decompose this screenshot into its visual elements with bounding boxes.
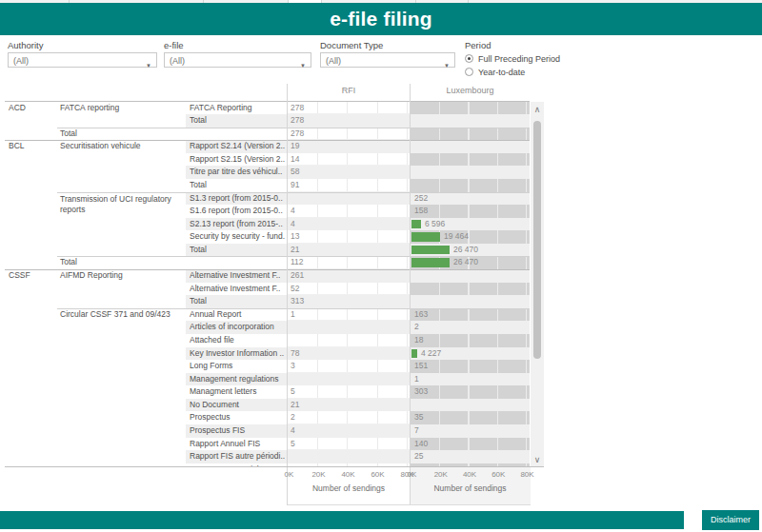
document-label[interactable]: Rapport S2.14 (Version 2.. [190,140,285,153]
luxembourg-cell[interactable] [411,283,530,296]
rfi-cell[interactable] [288,308,410,322]
document-label[interactable]: Total [190,244,285,257]
luxembourg-cell[interactable] [411,321,530,334]
authority-dropdown[interactable]: (All) ▼ [8,52,157,68]
document-label[interactable]: Long Forms [190,360,285,373]
category-label[interactable]: AIFMD Reporting [60,269,185,283]
document-label[interactable]: Alternative Investment F.. [190,269,285,283]
radio-full-preceding-period[interactable]: Full Preceding Period [465,53,617,66]
rfi-cell[interactable] [288,385,410,399]
rfi-cell[interactable] [288,411,410,424]
category-label[interactable]: Circular CSSF 371 and 09/423 [60,308,185,322]
rfi-cell[interactable] [288,166,410,179]
document-label[interactable]: Rapport S2.15 (Version 2.. [190,153,285,167]
category-label[interactable]: Securitisation vehicule [60,140,185,153]
document-label[interactable]: FATCA Reporting [190,102,285,115]
document-label[interactable]: Alternative Investment F.. [190,283,285,296]
radio-year-to-date[interactable]: Year-to-date [465,67,617,79]
rfi-cell[interactable] [288,244,410,257]
luxembourg-cell[interactable] [411,179,530,192]
rfi-cell[interactable] [288,269,410,283]
luxembourg-cell[interactable] [411,308,530,322]
authority-label[interactable]: CSSF [9,269,54,283]
category-label[interactable]: Total [60,128,185,141]
document-label[interactable]: Total [190,295,285,308]
luxembourg-cell[interactable] [411,450,530,463]
luxembourg-cell[interactable] [411,205,530,218]
radio-unselected-icon[interactable] [465,68,473,76]
luxembourg-cell[interactable] [411,269,530,283]
document-label[interactable]: S1.6 report (from 2015-0.. [190,205,285,218]
rfi-cell[interactable] [288,321,410,334]
document-label[interactable]: S2.13 report (from 2015-.. [190,218,285,231]
rfi-cell[interactable] [288,283,410,296]
luxembourg-cell[interactable] [411,295,530,308]
rfi-cell[interactable] [288,230,410,244]
chevron-down-icon[interactable]: ▼ [444,58,450,73]
document-label[interactable]: Management regulations [190,373,285,386]
luxembourg-cell[interactable] [411,438,530,451]
scrollbar-thumb[interactable] [533,121,541,359]
document-label[interactable]: Security by security - fund.. [190,230,285,244]
document-label[interactable]: Prospectus [190,411,285,424]
document-label[interactable]: Rapport FIS autre périodi.. [190,450,285,463]
chevron-down-icon[interactable]: ▼ [300,58,306,73]
luxembourg-bar[interactable] [411,258,450,267]
rfi-cell[interactable] [288,140,410,153]
luxembourg-cell[interactable] [411,114,530,128]
rfi-cell[interactable] [288,347,410,361]
rfi-cell[interactable] [288,424,410,438]
document-label[interactable]: Total [190,114,285,128]
rfi-cell[interactable] [288,295,410,308]
luxembourg-cell[interactable] [411,411,530,424]
document-label[interactable]: Annual Report [190,308,285,322]
radio-selected-icon[interactable] [465,54,473,63]
luxembourg-cell[interactable] [411,334,530,347]
document-type-dropdown[interactable]: (All) ▼ [320,52,455,68]
rfi-cell[interactable] [288,218,410,231]
rfi-cell[interactable] [288,399,410,412]
document-label[interactable]: Rapport Annuel FIS [190,438,285,451]
rfi-cell[interactable] [288,256,410,269]
document-label[interactable]: Attached file [190,334,285,347]
luxembourg-cell[interactable] [411,399,530,412]
scroll-up-icon[interactable]: ∧ [531,104,544,115]
luxembourg-bar[interactable] [411,220,421,229]
disclaimer-button[interactable]: Disclaimer [702,510,759,530]
luxembourg-cell[interactable] [411,424,530,438]
document-label[interactable]: Managment letters [190,385,285,399]
luxembourg-cell[interactable] [411,128,530,141]
document-label[interactable]: S1.3 report (from 2015-0.. [190,192,285,206]
luxembourg-cell[interactable] [411,140,530,153]
efile-dropdown[interactable]: (All) ▼ [164,52,311,68]
luxembourg-bar[interactable] [411,349,417,359]
luxembourg-cell[interactable] [411,102,530,115]
category-label[interactable]: Transmission of UCI regulatory reports [60,192,185,215]
rfi-cell[interactable] [288,450,410,463]
document-label[interactable]: Key Investor Information .. [190,347,285,361]
luxembourg-cell[interactable] [411,385,530,399]
rfi-cell[interactable] [288,153,410,167]
luxembourg-cell[interactable] [411,153,530,167]
rfi-cell[interactable] [288,114,410,128]
luxembourg-cell[interactable] [411,166,530,179]
rfi-cell[interactable] [288,128,410,141]
authority-label[interactable]: ACD [9,102,54,115]
luxembourg-cell[interactable] [411,373,530,386]
rfi-cell[interactable] [288,179,410,192]
rfi-cell[interactable] [288,205,410,218]
luxembourg-cell[interactable] [411,192,530,206]
category-label[interactable]: FATCA reporting [60,102,185,115]
radio-label[interactable]: Year-to-date [478,68,525,77]
category-label[interactable]: Total [60,256,185,269]
luxembourg-bar[interactable] [411,246,450,255]
document-label[interactable]: Prospectus FIS [190,424,285,438]
rfi-cell[interactable] [288,334,410,347]
rfi-cell[interactable] [288,438,410,451]
rfi-cell[interactable] [288,102,410,115]
document-label[interactable]: Articles of incorporation [190,321,285,334]
document-label[interactable]: Total [190,179,285,192]
rfi-cell[interactable] [288,373,410,386]
document-label[interactable]: Titre par titre des véhicul.. [190,166,285,179]
rfi-cell[interactable] [288,360,410,373]
